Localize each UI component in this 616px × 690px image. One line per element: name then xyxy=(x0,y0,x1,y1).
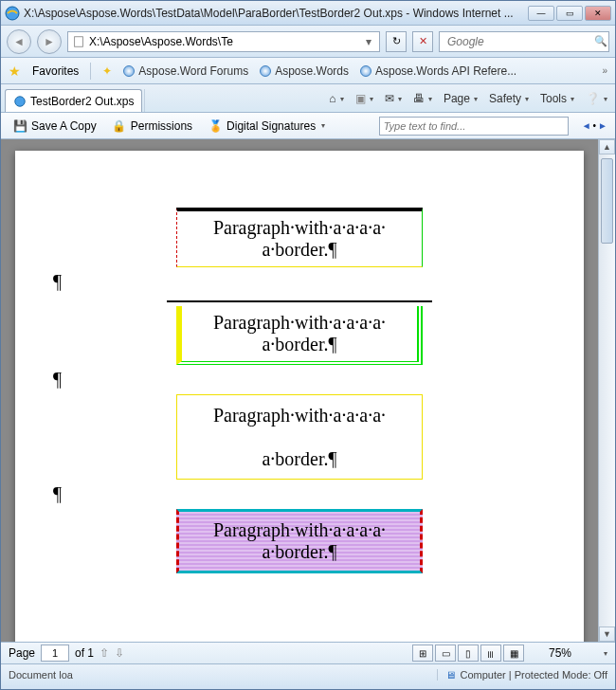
home-icon: ⌂ xyxy=(329,92,335,105)
ie-icon xyxy=(13,95,27,108)
status-bar: Document loa 🖥 Computer | Protected Mode… xyxy=(1,664,615,685)
page-total: of 1 xyxy=(75,646,94,660)
scroll-thumb[interactable] xyxy=(601,158,613,244)
view-thumb-button[interactable]: ▦ xyxy=(503,645,524,662)
zoom-dropdown[interactable]: ▾ xyxy=(604,649,607,658)
document-viewport: Paragraph·with·a·a·a·a· a·border.¶ ¶ Par… xyxy=(1,139,615,642)
new-tab-button[interactable] xyxy=(144,89,161,112)
find-next[interactable]: ► xyxy=(598,120,607,131)
mail-button[interactable]: ✉▾ xyxy=(381,88,406,109)
refresh-button[interactable]: ↻ xyxy=(386,31,407,52)
disk-icon: 💾 xyxy=(12,118,27,134)
maximize-button[interactable]: ▭ xyxy=(556,6,583,21)
help-button[interactable]: ❔▾ xyxy=(582,88,611,109)
paragraph-mark: ¶ xyxy=(44,271,290,293)
xps-toolbar: 💾 Save A Copy 🔒 Permissions 🏅 Digital Si… xyxy=(1,113,615,139)
print-button[interactable]: 🖶▾ xyxy=(409,88,436,109)
signatures-button[interactable]: 🏅 Digital Signatures ▾ xyxy=(204,117,329,136)
address-dropdown[interactable]: ▾ xyxy=(362,35,375,48)
aspose-icon xyxy=(260,65,271,77)
favorites-bar: ★ Favorites ✦ Aspose.Word Forums Aspose.… xyxy=(1,58,615,84)
safety-menu[interactable]: Safety▾ xyxy=(485,88,533,109)
page-menu[interactable]: Page▾ xyxy=(440,88,481,109)
stop-button[interactable]: ✕ xyxy=(412,31,433,52)
status-zone: Computer | Protected Mode: Off xyxy=(460,669,607,681)
tab-label: TestBorder2 Out.xps xyxy=(30,95,134,108)
favorites-extra-icon[interactable]: ✦ xyxy=(102,64,112,78)
save-copy-button[interactable]: 💾 Save A Copy xyxy=(9,117,100,136)
page-up-button[interactable]: ⇧ xyxy=(100,646,109,660)
home-button[interactable]: ⌂▾ xyxy=(325,88,348,109)
paragraph-mark: ¶ xyxy=(44,369,290,390)
tools-menu[interactable]: Tools▾ xyxy=(536,88,578,109)
search-box[interactable]: 🔍 xyxy=(439,31,609,52)
paragraph-mark: ¶ xyxy=(44,483,290,505)
back-button[interactable]: ◄ xyxy=(7,29,31,54)
paragraph-3: Paragraph·with·a·a·a·a· a·border.¶ xyxy=(176,394,423,480)
view-width-button[interactable]: ▭ xyxy=(435,645,456,662)
view-whole-button[interactable]: ▯ xyxy=(458,645,479,662)
document-canvas[interactable]: Paragraph·with·a·a·a·a· a·border.¶ ¶ Par… xyxy=(1,139,598,642)
paragraph-4: Paragraph·with·a·a·a·a· a·border.¶ xyxy=(176,509,423,573)
window-title: X:\Aspose\Aspose.Words\TestData\Model\Pa… xyxy=(24,7,528,20)
print-icon: 🖶 xyxy=(413,92,425,105)
address-bar[interactable]: ▾ xyxy=(67,31,380,52)
status-loading: Document loa xyxy=(9,669,73,681)
find-input[interactable] xyxy=(384,120,564,132)
ie-icon xyxy=(5,6,20,21)
find-box[interactable] xyxy=(379,117,569,136)
search-button[interactable]: 🔍 xyxy=(594,35,607,47)
paragraph-2: Paragraph·with·a·a·a·a· a·border.¶ xyxy=(176,306,423,365)
tab-testborder[interactable]: TestBorder2 Out.xps xyxy=(5,89,142,112)
favorites-label[interactable]: Favorites xyxy=(32,64,79,78)
page-number-input[interactable] xyxy=(41,645,69,662)
tab-bar: TestBorder2 Out.xps ⌂▾ ▣▾ ✉▾ 🖶▾ Page▾ Sa… xyxy=(1,84,615,113)
favorites-star-icon[interactable]: ★ xyxy=(9,64,21,79)
vertical-scrollbar[interactable]: ▲ ▼ xyxy=(598,139,615,642)
fav-link-forums[interactable]: Aspose.Word Forums xyxy=(123,64,248,78)
page-1: Paragraph·with·a·a·a·a· a·border.¶ ¶ Par… xyxy=(15,151,584,642)
forward-button[interactable]: ► xyxy=(37,29,62,54)
page-label: Page xyxy=(9,646,35,660)
zoom-value[interactable]: 75% xyxy=(549,646,596,660)
permissions-button[interactable]: 🔒 Permissions xyxy=(108,117,196,136)
lock-icon: 🔒 xyxy=(112,118,127,134)
aspose-icon xyxy=(360,65,371,77)
ribbon-icon: 🏅 xyxy=(208,118,223,134)
svg-rect-1 xyxy=(75,36,83,46)
scroll-up-button[interactable]: ▲ xyxy=(599,139,615,154)
svg-point-6 xyxy=(15,96,26,106)
close-button[interactable]: ✕ xyxy=(585,6,611,21)
fav-link-words[interactable]: Aspose.Words xyxy=(260,64,349,78)
address-input[interactable] xyxy=(89,35,358,48)
zone-icon: 🖥 xyxy=(445,669,456,681)
find-menu[interactable]: • xyxy=(593,120,597,131)
fav-link-api[interactable]: Aspose.Words API Refere... xyxy=(360,64,516,78)
help-icon: ❔ xyxy=(586,92,600,105)
pager-bar: Page of 1 ⇧ ⇩ ⊞ ▭ ▯ ⫼ ▦ 75% ▾ xyxy=(1,642,615,664)
scroll-down-button[interactable]: ▼ xyxy=(599,626,615,642)
page-icon xyxy=(72,35,85,48)
view-actual-button[interactable]: ⊞ xyxy=(412,645,433,662)
view-two-button[interactable]: ⫼ xyxy=(480,645,501,662)
paragraph-1: Paragraph·with·a·a·a·a· a·border.¶ xyxy=(176,208,423,267)
feeds-button[interactable]: ▣▾ xyxy=(352,88,377,109)
navigation-bar: ◄ ► ▾ ↻ ✕ 🔍 xyxy=(1,26,615,58)
paragraph-2-top-border xyxy=(167,297,432,306)
search-input[interactable] xyxy=(447,35,590,48)
minimize-button[interactable]: — xyxy=(528,6,554,21)
paragraph-2-wrap: Paragraph·with·a·a·a·a· a·border.¶ xyxy=(167,297,432,365)
mail-icon: ✉ xyxy=(385,92,394,105)
favorites-overflow[interactable]: » xyxy=(602,65,607,76)
window-titlebar: X:\Aspose\Aspose.Words\TestData\Model\Pa… xyxy=(1,1,615,26)
aspose-icon xyxy=(123,65,135,77)
rss-icon: ▣ xyxy=(355,92,366,105)
page-down-button[interactable]: ⇩ xyxy=(115,646,124,660)
find-prev[interactable]: ◄ xyxy=(582,120,591,131)
